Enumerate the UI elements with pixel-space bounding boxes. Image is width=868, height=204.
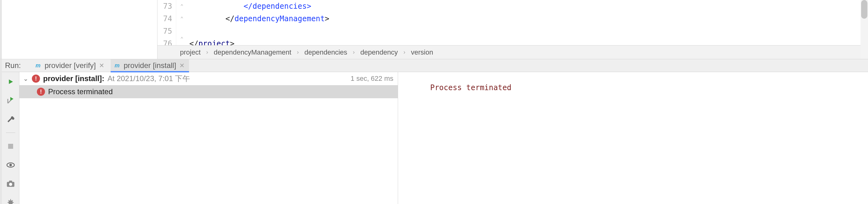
- run-label: Run:: [5, 61, 21, 70]
- run-tree-pane[interactable]: ⌄ ! provider [install]: At 2021/10/23, 7…: [19, 72, 398, 204]
- svg-rect-4: [9, 181, 12, 182]
- rerun-failed-button[interactable]: [5, 95, 16, 106]
- run-tree-root[interactable]: ⌄ ! provider [install]: At 2021/10/23, 7…: [19, 72, 398, 85]
- fold-end-icon[interactable]: ⌃: [180, 12, 183, 25]
- run-tabs-row: Run: m provider [verify] ✕ m provider [i…: [2, 59, 868, 72]
- line-number-gutter: 73 74 75 76: [157, 0, 176, 45]
- console-line: Process terminated: [430, 83, 512, 92]
- run-tab-verify[interactable]: m provider [verify] ✕: [32, 59, 109, 72]
- chevron-down-icon[interactable]: ⌄: [23, 75, 29, 82]
- line-number: 75: [157, 25, 172, 37]
- show-button[interactable]: [5, 160, 16, 170]
- error-icon: !: [37, 88, 45, 96]
- debug-bug-button[interactable]: [5, 197, 16, 204]
- toolbar-separator: [6, 133, 15, 133]
- run-tab-label: provider [install]: [124, 61, 176, 70]
- run-root-duration: 1 sec, 622 ms: [350, 74, 393, 83]
- code-line: </project>: [189, 37, 868, 45]
- breadcrumb-item[interactable]: project: [180, 48, 200, 57]
- fold-gutter: ⌃ ⌃ ⌃: [176, 0, 187, 45]
- line-number: 74: [157, 12, 172, 25]
- scrollbar-thumb[interactable]: [861, 0, 867, 19]
- fold-end-icon[interactable]: ⌃: [180, 33, 183, 45]
- editor-scrollbar[interactable]: [861, 0, 868, 59]
- run-tree-item-label: Process terminated: [48, 87, 113, 96]
- maven-icon: m: [35, 62, 41, 69]
- run-tab-label: provider [verify]: [45, 61, 96, 70]
- chevron-right-icon: ›: [297, 49, 299, 56]
- code-editor[interactable]: 73 74 75 76 ⌃ ⌃ ⌃ </dependencies> </depe…: [157, 0, 868, 45]
- project-tree-pane[interactable]: [0, 0, 157, 59]
- line-number: 73: [157, 0, 172, 12]
- svg-point-2: [9, 164, 12, 166]
- run-tab-install[interactable]: m provider [install] ✕: [111, 59, 189, 72]
- editor-wrapper: 73 74 75 76 ⌃ ⌃ ⌃ </dependencies> </depe…: [157, 0, 868, 59]
- editor-region: 73 74 75 76 ⌃ ⌃ ⌃ </dependencies> </depe…: [0, 0, 868, 59]
- run-root-timestamp: At 2021/10/23, 7:01 下午: [107, 74, 190, 83]
- fold-end-icon[interactable]: ⌃: [180, 0, 183, 12]
- code-line: [189, 25, 868, 37]
- breadcrumb-item[interactable]: version: [411, 48, 433, 57]
- breadcrumb-item[interactable]: dependency: [360, 48, 398, 57]
- breadcrumb-item[interactable]: dependencyManagement: [214, 48, 291, 57]
- chevron-right-icon: ›: [206, 49, 208, 56]
- run-body: ⌄ ! provider [install]: At 2021/10/23, 7…: [2, 72, 868, 204]
- wrench-settings-button[interactable]: [5, 114, 16, 125]
- close-icon[interactable]: ✕: [99, 62, 104, 69]
- code-line: </dependencies>: [189, 0, 868, 12]
- line-number: 76: [157, 37, 172, 45]
- close-icon[interactable]: ✕: [179, 62, 185, 69]
- run-tool-window: Run: m provider [verify] ✕ m provider [i…: [0, 59, 868, 204]
- run-root-title: provider [install]:: [43, 74, 104, 83]
- code-line: </dependencyManagement>: [189, 12, 868, 25]
- rerun-button[interactable]: [5, 76, 16, 87]
- code-lines[interactable]: </dependencies> </dependencyManagement> …: [187, 0, 868, 45]
- stop-button[interactable]: [5, 141, 16, 151]
- breadcrumb: project › dependencyManagement › depende…: [157, 45, 868, 59]
- console-output[interactable]: Process terminated: [398, 72, 868, 204]
- camera-dump-button[interactable]: [5, 178, 16, 189]
- error-icon: !: [32, 74, 40, 83]
- breadcrumb-item[interactable]: dependencies: [304, 48, 347, 57]
- chevron-right-icon: ›: [403, 49, 405, 56]
- svg-rect-0: [8, 144, 13, 149]
- maven-icon: m: [114, 62, 121, 69]
- run-tree-item[interactable]: ! Process terminated: [19, 85, 398, 98]
- chevron-right-icon: ›: [353, 49, 354, 56]
- run-toolbar: [2, 72, 19, 204]
- svg-point-5: [9, 183, 12, 186]
